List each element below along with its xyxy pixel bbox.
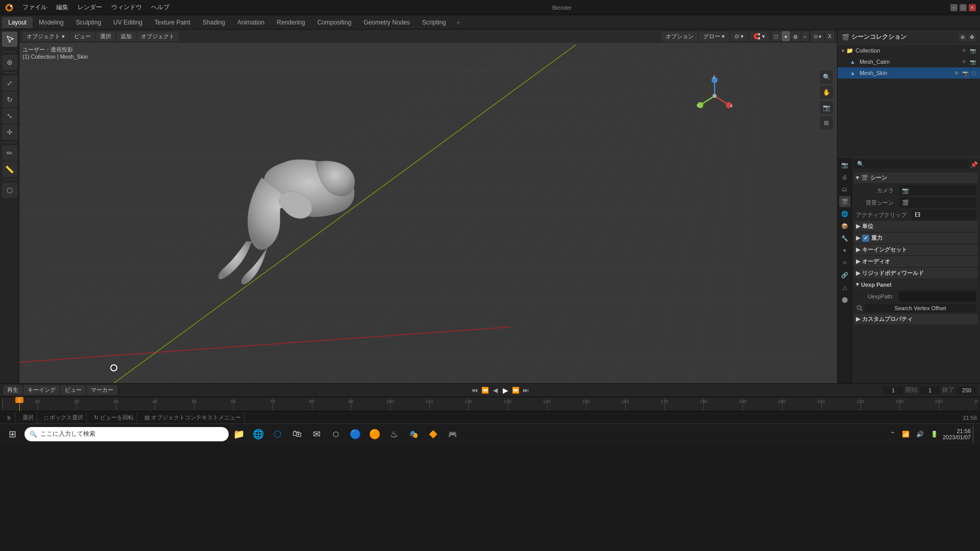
mesh-skin-select-icon[interactable]: ⬡ bbox=[971, 70, 976, 76]
material-shading-button[interactable]: ◍ bbox=[791, 31, 800, 41]
prop-physics-button[interactable]: ⚛ bbox=[839, 257, 850, 268]
prop-particles-button[interactable]: ✦ bbox=[839, 245, 850, 256]
rendered-shading-button[interactable]: ○ bbox=[801, 31, 809, 41]
jump-end-button[interactable]: ⏭ bbox=[521, 386, 530, 395]
uexp-path-input[interactable] bbox=[899, 291, 976, 302]
menu-help[interactable]: ヘルプ bbox=[147, 2, 174, 13]
taskbar-blender-button[interactable]: 🔶 bbox=[424, 425, 442, 443]
snap-button[interactable]: 🧲 ▾ bbox=[749, 32, 769, 41]
tab-uv-editing[interactable]: UV Editing bbox=[107, 17, 149, 28]
zoom-to-fit-button[interactable]: 🔍 bbox=[820, 70, 833, 84]
status-rotate[interactable]: ↻ ビューを回転 bbox=[91, 412, 137, 423]
wireframe-shading-button[interactable]: ⬡ bbox=[771, 31, 781, 41]
audio-section-header[interactable]: ▶ オーディオ bbox=[854, 256, 978, 267]
status-context-menu[interactable]: ▤ オブジェクトコンテキストメニュー bbox=[141, 412, 244, 423]
taskbar-epic-button[interactable]: ⬡ bbox=[327, 425, 345, 443]
taskbar-search-bar[interactable]: 🔍 ここに入力して検索 bbox=[24, 427, 229, 441]
taskbar-clock[interactable]: 21:56 2023/01/07 bbox=[943, 428, 971, 440]
prop-scene-button[interactable]: 🎬 bbox=[839, 196, 850, 207]
current-frame-input[interactable]: 1 bbox=[883, 386, 903, 394]
tab-sculpting[interactable]: Sculpting bbox=[70, 17, 107, 28]
mesh-skin-eye-icon[interactable]: 👁 bbox=[954, 70, 959, 76]
play-back-button[interactable]: ◀ bbox=[491, 386, 500, 395]
menu-edit[interactable]: 編集 bbox=[52, 2, 72, 13]
proportional-edit-button[interactable]: ⊙ ▾ bbox=[730, 32, 748, 41]
tab-modeling[interactable]: Modeling bbox=[33, 17, 70, 28]
custom-props-section-header[interactable]: ▶ カスタムプロパティ bbox=[854, 314, 978, 324]
menu-file[interactable]: ファイル bbox=[18, 2, 51, 13]
timeline-keying-menu[interactable]: キーイング bbox=[23, 385, 60, 395]
taskbar-files-button[interactable]: 📁 bbox=[230, 425, 248, 443]
transform-tool-button[interactable]: ✛ bbox=[2, 124, 17, 140]
taskbar-app7-button[interactable]: 🟠 bbox=[365, 425, 384, 443]
viewport-3d[interactable]: オブジェクト ▾ ビュー 選択 追加 オブジェクト オプション グロー ▾ ⊙ … bbox=[19, 30, 837, 383]
camera-view-button[interactable]: 📷 bbox=[820, 101, 833, 114]
timeline-body[interactable]: 1 11020304050607080901001101201301401501… bbox=[0, 397, 980, 411]
prop-constraints-button[interactable]: 🔗 bbox=[839, 269, 850, 281]
background-scene-value[interactable]: 🎬 bbox=[899, 197, 976, 208]
prop-data-button[interactable]: △ bbox=[839, 282, 850, 293]
tab-animation[interactable]: Animation bbox=[231, 17, 271, 28]
prop-modifier-button[interactable]: 🔧 bbox=[839, 233, 850, 244]
menu-window[interactable]: ウィンドウ bbox=[107, 2, 146, 13]
active-clip-value[interactable]: 🎞 bbox=[912, 210, 976, 220]
minimize-button[interactable]: – bbox=[950, 4, 958, 11]
camera-value[interactable]: 📷 bbox=[899, 185, 976, 195]
collection-eye-icon[interactable]: 👁 bbox=[962, 48, 967, 54]
rotate-tool-button[interactable]: ↻ bbox=[2, 92, 17, 107]
tab-scripting[interactable]: Scripting bbox=[416, 17, 452, 28]
scene-section-header[interactable]: ▾ 🎬 シーン bbox=[854, 172, 978, 183]
tab-texture-paint[interactable]: Texture Paint bbox=[149, 17, 197, 28]
unit-section-header[interactable]: ▶ 単位 bbox=[854, 221, 978, 232]
overlays-button[interactable]: ⊙ ▾ bbox=[811, 31, 824, 41]
status-box-select[interactable]: □ ボックス選択 bbox=[41, 412, 87, 423]
taskbar-mail-button[interactable]: ✉ bbox=[307, 425, 326, 443]
taskbar-app11-button[interactable]: 🎮 bbox=[443, 425, 461, 443]
step-forward-button[interactable]: ⏩ bbox=[511, 386, 520, 395]
prop-world-button[interactable]: 🌐 bbox=[839, 208, 850, 219]
prop-render-button[interactable]: 📷 bbox=[839, 159, 850, 170]
jump-start-button[interactable]: ⏮ bbox=[470, 386, 479, 395]
tab-shading[interactable]: Shading bbox=[197, 17, 231, 28]
pan-view-button[interactable]: ✋ bbox=[820, 86, 833, 99]
tray-chevron-button[interactable]: ⌃ bbox=[888, 425, 898, 443]
taskbar-store-button[interactable]: 🛍 bbox=[288, 425, 306, 443]
outliner-settings-button[interactable]: ⚙ bbox=[968, 33, 976, 41]
add-primitive-button[interactable]: ⬡ bbox=[2, 183, 17, 198]
viewport-options-button[interactable]: オプション bbox=[662, 32, 698, 41]
prop-output-button[interactable]: 🖨 bbox=[839, 171, 850, 183]
viewport-gizmo[interactable]: Z X Y bbox=[692, 73, 738, 119]
taskbar-app9-button[interactable]: 🎭 bbox=[404, 425, 423, 443]
outliner-item-collection[interactable]: ▾ 📁 Collection 👁 📷 bbox=[838, 45, 980, 56]
maximize-button[interactable]: □ bbox=[960, 4, 967, 11]
properties-search-input[interactable] bbox=[854, 159, 968, 168]
viewport-view-menu[interactable]: ビュー bbox=[70, 32, 95, 41]
play-button[interactable]: ▶ bbox=[501, 386, 510, 395]
move-tool-button[interactable]: ⤢ bbox=[2, 76, 17, 91]
properties-pin-button[interactable]: 📌 bbox=[970, 161, 978, 168]
select-tool-button[interactable] bbox=[2, 32, 17, 47]
close-button[interactable]: ✕ bbox=[969, 4, 976, 11]
taskbar-browser1-button[interactable]: 🌐 bbox=[249, 425, 267, 443]
solid-shading-button[interactable]: ● bbox=[781, 31, 790, 41]
step-back-button[interactable]: ⏪ bbox=[480, 386, 489, 395]
start-frame-input[interactable]: 1 bbox=[920, 386, 940, 394]
timeline-playback-menu[interactable]: 再生 bbox=[3, 385, 22, 395]
outliner-item-mesh-catm[interactable]: ▲ Mesh_Catm 👁 📷 bbox=[838, 56, 980, 67]
outliner-item-mesh-skin[interactable]: ▲ Mesh_Skin 👁 📷 ⬡ bbox=[838, 67, 980, 79]
search-vertex-button[interactable]: Search Vertex Offset bbox=[865, 304, 976, 312]
prop-material-button[interactable]: ⬤ bbox=[839, 294, 850, 305]
uexp-section-header[interactable]: ▾ Uexp Panel bbox=[854, 280, 978, 289]
timeline-ruler[interactable]: 1102030405060708090100110120130140150160… bbox=[2, 398, 978, 410]
taskbar-edge-button[interactable]: ⬡ bbox=[268, 425, 287, 443]
add-tab-button[interactable]: + bbox=[452, 16, 464, 29]
tab-compositing[interactable]: Compositing bbox=[311, 17, 358, 28]
tray-battery-button[interactable]: 🔋 bbox=[928, 425, 941, 443]
taskbar-steam-button[interactable]: ♨ bbox=[385, 425, 403, 443]
end-frame-input[interactable]: 250 bbox=[957, 386, 977, 394]
snap-dropdown[interactable]: グロー ▾ bbox=[699, 32, 729, 41]
mesh-skin-render-icon[interactable]: 📷 bbox=[962, 70, 968, 76]
viewport-select-menu[interactable]: 選択 bbox=[96, 32, 115, 41]
prop-object-button[interactable]: 📦 bbox=[839, 220, 850, 232]
tray-volume-button[interactable]: 🔊 bbox=[914, 425, 926, 443]
